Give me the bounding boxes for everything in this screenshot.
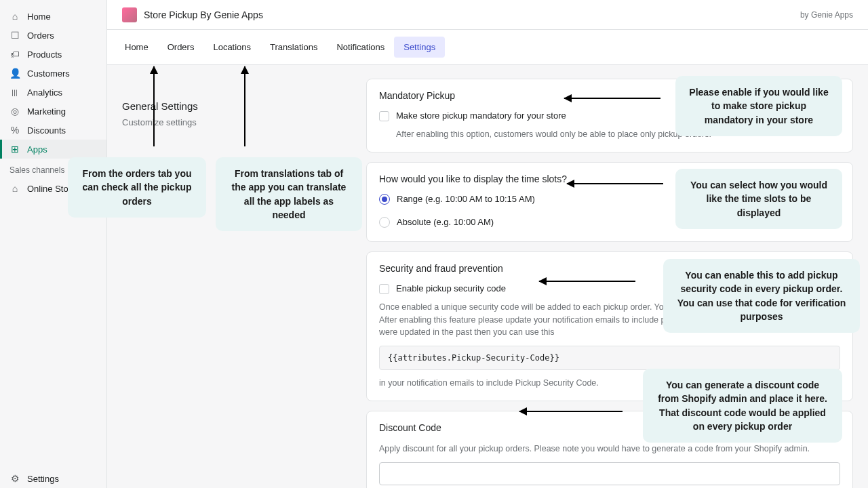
hint-text: Apply discount for all your pickup order…: [379, 443, 840, 455]
arrow-icon: [564, 98, 660, 99]
nav-label: Analytics: [27, 87, 62, 98]
arrow-icon: [153, 66, 155, 146]
radio-absolute[interactable]: [379, 217, 390, 228]
app-header: Store Pickup By Genie Apps by Genie Apps: [107, 0, 868, 30]
radio-label: Range (e.g. 10:00 AM to 10:15 AM): [397, 194, 535, 204]
user-icon: 👤: [9, 68, 20, 79]
callout-mandatory: Please enable if you would like to make …: [675, 76, 842, 136]
callout-timeslot: You can select how you would like the ti…: [675, 169, 842, 229]
callout-discount: You can generate a discount code from Sh…: [643, 369, 842, 443]
nav-analytics[interactable]: ⫼Analytics: [0, 83, 106, 102]
sidebar: ⌂Home ☐Orders 🏷Products 👤Customers ⫼Anal…: [0, 0, 107, 488]
general-settings-sub: Customize settings: [122, 117, 353, 127]
nav-discounts[interactable]: %Discounts: [0, 121, 106, 140]
percent-icon: %: [9, 125, 20, 136]
nav-products[interactable]: 🏷Products: [0, 45, 106, 64]
nav-label: Orders: [27, 30, 54, 41]
security-code-snippet: {{attributes.Pickup-Security-Code}}: [379, 346, 840, 370]
target-icon: ◎: [9, 106, 20, 117]
apps-icon: ⊞: [9, 144, 20, 155]
general-settings-title: General Settings: [122, 79, 353, 112]
app-by: by Genie Apps: [800, 10, 853, 20]
callout-security: You can enable this to add pickup securi…: [663, 259, 860, 333]
tab-bar: Home Orders Locations Translations Notif…: [107, 30, 868, 65]
tab-settings[interactable]: Settings: [394, 37, 445, 58]
nav-label: Customers: [27, 68, 70, 79]
nav-marketing[interactable]: ◎Marketing: [0, 102, 106, 121]
nav-label: Apps: [27, 144, 47, 155]
mandatory-checkbox[interactable]: [379, 111, 389, 121]
arrow-icon: [539, 281, 635, 282]
nav-settings[interactable]: ⚙Settings: [0, 469, 106, 488]
app-title: Store Pickup By Genie Apps: [144, 9, 263, 20]
tab-locations[interactable]: Locations: [203, 37, 260, 58]
app-logo-icon: [122, 7, 137, 22]
arrow-icon: [519, 411, 623, 412]
tab-translations[interactable]: Translations: [260, 37, 327, 58]
radio-range[interactable]: [379, 194, 390, 205]
nav-label: Discounts: [27, 125, 66, 136]
store-icon: ⌂: [9, 183, 20, 194]
discount-code-input[interactable]: [379, 462, 840, 485]
orders-icon: ☐: [9, 30, 20, 41]
arrow-icon: [567, 183, 663, 184]
checkbox-label: Enable pickup security code: [396, 283, 506, 293]
radio-label: Absolute (e.g. 10:00 AM): [397, 217, 494, 227]
tag-icon: 🏷: [9, 49, 20, 60]
nav-apps[interactable]: ⊞Apps: [0, 140, 106, 159]
checkbox-label: Make store pickup mandatory for your sto…: [396, 110, 566, 121]
chart-icon: ⫼: [9, 87, 20, 98]
callout-translations-tab: From translations tab of the app you can…: [216, 157, 362, 231]
nav-orders[interactable]: ☐Orders: [0, 26, 106, 45]
nav-label: Marketing: [27, 106, 66, 117]
tab-notifications[interactable]: Notifications: [327, 37, 394, 58]
nav-label: Settings: [27, 474, 59, 484]
tab-home[interactable]: Home: [115, 37, 158, 58]
home-icon: ⌂: [9, 11, 20, 22]
security-checkbox[interactable]: [379, 284, 389, 294]
gear-icon: ⚙: [9, 473, 20, 484]
nav-label: Products: [27, 49, 62, 60]
tab-orders[interactable]: Orders: [158, 37, 204, 58]
nav-home[interactable]: ⌂Home: [0, 7, 106, 26]
callout-orders-tab: From the orders tab you can check all th…: [68, 157, 206, 218]
nav-label: Home: [27, 12, 51, 22]
arrow-icon: [244, 66, 245, 146]
nav-customers[interactable]: 👤Customers: [0, 64, 106, 83]
